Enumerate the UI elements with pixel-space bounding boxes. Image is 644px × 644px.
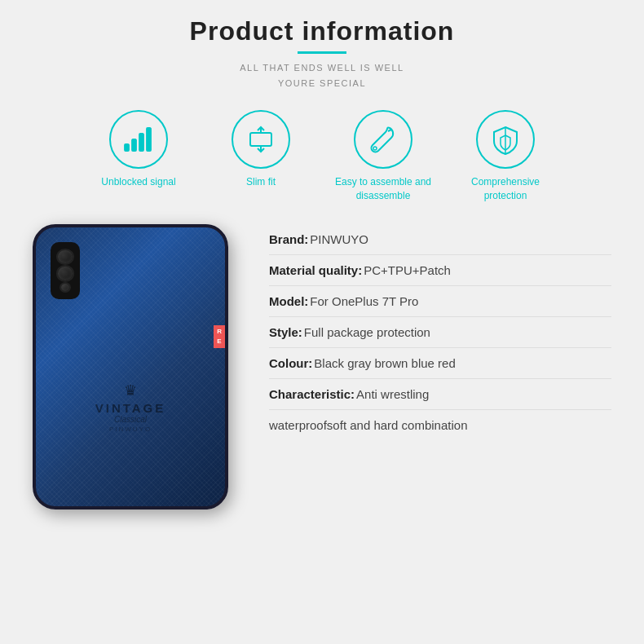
camera-lens-1 (56, 249, 74, 265)
style-label: Style: (269, 325, 302, 339)
characteristic-label: Characteristic: (269, 387, 355, 401)
brand-label: Brand: (269, 232, 308, 246)
classical-text: Classical (114, 415, 147, 424)
product-info: Brand: PINWUYO Material quality: PC+TPU+… (269, 224, 611, 440)
svg-rect-4 (250, 133, 271, 146)
brand-row: Brand: PINWUYO (269, 224, 611, 255)
feature-icon-comprehensive-protection (476, 110, 535, 169)
model-label: Model: (269, 294, 308, 308)
feature-icon-easy-assemble (354, 110, 412, 169)
feature-unblocked-signal: Unblocked signal (90, 110, 187, 203)
features-row: Unblocked signal Slim fit (33, 110, 611, 203)
extra-value: waterproofsoft and hard combination (269, 418, 467, 432)
model-value: For OnePlus 7T Pro (310, 294, 418, 308)
svg-point-7 (373, 147, 377, 150)
slim-fit-icon (244, 123, 278, 156)
feature-icon-unblocked-signal (109, 110, 168, 169)
material-row: Material quality: PC+TPU+Patch (269, 255, 611, 286)
characteristic-value: Anti wrestling (356, 387, 429, 401)
feature-label-slim-fit: Slim fit (246, 175, 276, 189)
feature-easy-assemble: Easy to assemble and disassemble (334, 110, 432, 203)
phone-mockup: R E ♛ VINTAGE Classical PINWUYO (33, 224, 228, 509)
feature-comprehensive-protection: Comprehensive protection (457, 110, 554, 203)
model-row: Model: For OnePlus 7T Pro (269, 286, 611, 317)
svg-rect-2 (139, 134, 143, 151)
title-underline (298, 51, 346, 54)
svg-line-8 (388, 130, 391, 131)
colour-label: Colour: (269, 356, 312, 370)
svg-rect-3 (147, 128, 151, 151)
brand-value: PINWUYO (310, 232, 368, 246)
extra-row: waterproofsoft and hard combination (269, 410, 611, 440)
camera-lens-2 (56, 265, 74, 281)
colour-value: Black gray brown blue red (314, 356, 455, 370)
crown-icon: ♛ (124, 382, 137, 399)
product-section: R E ♛ VINTAGE Classical PINWUYO Brand: P… (33, 224, 611, 518)
phone-brand-area: ♛ VINTAGE Classical PINWUYO (36, 382, 225, 433)
page: Product information ALL THAT ENDS WELL I… (0, 0, 644, 644)
signal-icon (122, 125, 155, 154)
wrench-icon (367, 123, 399, 156)
vintage-text: VINTAGE (95, 401, 166, 415)
subtitle: ALL THAT ENDS WELL IS WELL YOURE SPECIAL (190, 60, 455, 90)
phone-image-container: R E ♛ VINTAGE Classical PINWUYO (33, 224, 245, 518)
camera-lens-3 (60, 282, 71, 293)
shield-icon (489, 123, 522, 156)
svg-rect-1 (132, 139, 136, 151)
material-value: PC+TPU+Patch (364, 263, 451, 277)
feature-label-unblocked-signal: Unblocked signal (101, 175, 175, 189)
feature-icon-slim-fit (232, 110, 290, 169)
colour-row: Colour: Black gray brown blue red (269, 348, 611, 379)
page-title: Product information (190, 16, 455, 46)
style-value: Full package protection (304, 325, 430, 339)
header: Product information ALL THAT ENDS WELL I… (190, 16, 455, 90)
material-label: Material quality: (269, 263, 362, 277)
feature-label-comprehensive-protection: Comprehensive protection (457, 175, 554, 203)
feature-slim-fit: Slim fit (212, 110, 310, 203)
phone-camera-bump (51, 242, 80, 299)
corner-badge: R E (214, 325, 225, 348)
characteristic-row: Characteristic: Anti wrestling (269, 379, 611, 410)
style-row: Style: Full package protection (269, 317, 611, 348)
feature-label-easy-assemble: Easy to assemble and disassemble (334, 175, 432, 203)
svg-rect-0 (125, 144, 129, 151)
pinwuyo-brand-text: PINWUYO (109, 426, 152, 433)
